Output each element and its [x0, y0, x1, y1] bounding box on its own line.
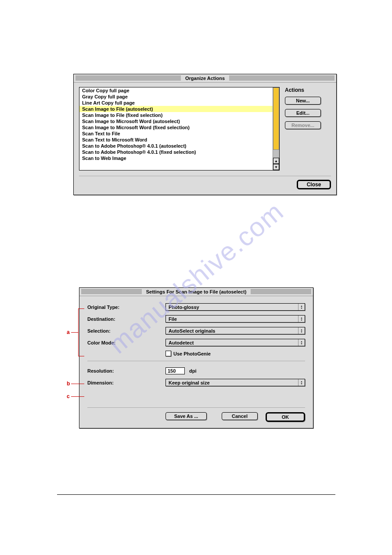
actions-panel: Actions New... Edit... Remove... — [285, 87, 331, 170]
list-item[interactable]: Scan Image to Microsoft Word (fixed sele… — [79, 124, 273, 131]
dropdown-arrows-icon: ▲▼ — [298, 379, 305, 386]
dropdown-value: Autodetect — [166, 340, 298, 345]
dropdown-value: File — [166, 316, 298, 322]
form-section-a: Original Type: Photo-glossy ▲▼ Destinati… — [87, 303, 305, 356]
cancel-button[interactable]: Cancel — [222, 412, 258, 420]
close-button[interactable]: Close — [297, 180, 331, 189]
destination-label: Destination: — [87, 316, 165, 322]
dropdown-value: Keep original size — [166, 380, 298, 385]
resolution-input[interactable] — [165, 367, 185, 374]
callout-vline — [78, 308, 79, 356]
dropdown-arrows-icon: ▲▼ — [298, 304, 305, 310]
callout-line — [71, 384, 84, 384]
color-mode-label: Color Mode: — [87, 340, 165, 345]
color-mode-dropdown[interactable]: Autodetect ▲▼ — [165, 339, 305, 346]
scroll-track[interactable] — [273, 150, 279, 158]
list-item[interactable]: Scan Image to Microsoft Word (autoselect… — [79, 118, 273, 124]
remove-button[interactable]: Remove... — [285, 121, 321, 129]
list-item-selected[interactable]: Scan Image to File (autoselect) — [79, 106, 273, 112]
scroll-down-icon[interactable]: ▼ — [273, 164, 279, 170]
original-type-label: Original Type: — [87, 305, 165, 310]
callout-line — [78, 356, 84, 356]
dialog-titlebar: Organize Actions — [74, 74, 336, 83]
callout-line — [71, 332, 78, 333]
callout-a: a — [67, 329, 70, 335]
divider — [87, 361, 305, 361]
actions-heading: Actions — [285, 87, 331, 93]
save-as-button[interactable]: Save As ... — [165, 412, 207, 420]
list-item[interactable]: Color Copy full page — [79, 87, 273, 94]
ok-button[interactable]: OK — [266, 412, 305, 422]
dropdown-value: Photo-glossy — [166, 305, 298, 310]
callout-c: c — [67, 393, 70, 399]
photogenie-label: Use PhotoGenie — [173, 351, 211, 356]
dropdown-value: AutoSelect originals — [166, 328, 298, 334]
titlebar-stripes — [76, 76, 181, 81]
titlebar-stripes — [251, 289, 311, 294]
scrollbar[interactable]: ▲ ▼ — [273, 87, 279, 170]
scroll-thumb[interactable] — [273, 87, 279, 150]
dialog-footer: Close — [79, 176, 331, 189]
list-item[interactable]: Scan to Adobe Photoshop® 4.0.1 (fixed se… — [79, 149, 273, 155]
list-item[interactable]: Scan to Adobe Photoshop® 4.0.1 (autosele… — [79, 143, 273, 149]
organize-actions-dialog: Organize Actions Color Copy full page Gr… — [73, 74, 337, 195]
dialog-title: Organize Actions — [183, 76, 227, 81]
actions-listbox[interactable]: Color Copy full page Gray Copy full page… — [79, 87, 280, 170]
list-item[interactable]: Scan Image to File (fixed selection) — [79, 112, 273, 118]
dropdown-arrows-icon: ▲▼ — [298, 316, 305, 322]
page-divider — [57, 494, 335, 495]
destination-dropdown[interactable]: File ▲▼ — [165, 315, 305, 323]
callout-b: b — [67, 381, 70, 387]
titlebar-stripes — [81, 289, 142, 294]
photogenie-row: Use PhotoGenie — [165, 351, 305, 356]
edit-button[interactable]: Edit... — [285, 109, 321, 117]
callout-line — [78, 308, 84, 309]
listbox-items: Color Copy full page Gray Copy full page… — [79, 87, 273, 170]
list-item[interactable]: Gray Copy full page — [79, 94, 273, 100]
callout-line — [71, 396, 84, 397]
dimension-label: Dimension: — [87, 380, 165, 385]
selection-label: Selection: — [87, 328, 165, 334]
original-type-dropdown[interactable]: Photo-glossy ▲▼ — [165, 303, 305, 311]
resolution-label: Resolution: — [87, 368, 165, 374]
dropdown-arrows-icon: ▲▼ — [298, 327, 305, 334]
list-item[interactable]: Scan Text to Microsoft Word — [79, 137, 273, 143]
new-button[interactable]: New... — [285, 97, 321, 105]
scroll-up-icon[interactable]: ▲ — [273, 158, 279, 164]
dialog-footer: Save As ... Cancel OK — [87, 407, 305, 422]
dimension-dropdown[interactable]: Keep original size ▲▼ — [165, 379, 305, 386]
dialog-title: Settings For Scan Image to File (autosel… — [144, 289, 249, 294]
list-item[interactable]: Scan to Web Image — [79, 155, 273, 161]
dpi-label: dpi — [189, 368, 197, 374]
dropdown-arrows-icon: ▲▼ — [298, 339, 305, 346]
list-item[interactable]: Scan Text to File — [79, 131, 273, 137]
list-item[interactable]: Line Art Copy full page — [79, 100, 273, 106]
selection-dropdown[interactable]: AutoSelect originals ▲▼ — [165, 327, 305, 334]
settings-dialog: Settings For Scan Image to File (autosel… — [79, 287, 313, 428]
titlebar-stripes — [229, 76, 334, 81]
dialog-titlebar: Settings For Scan Image to File (autosel… — [79, 288, 313, 296]
photogenie-checkbox[interactable] — [165, 351, 171, 356]
